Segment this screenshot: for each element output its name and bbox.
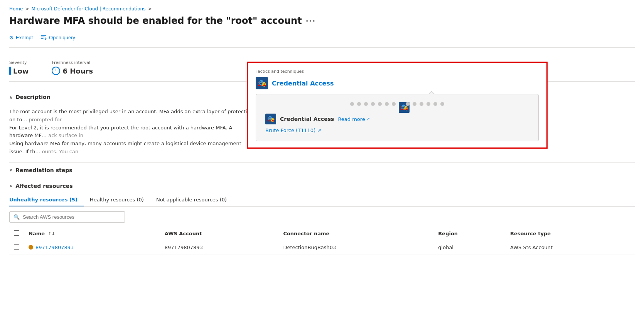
description-text: The root account is the most privileged …: [9, 109, 253, 154]
tooltip-tactic-row: 🎭 Credential Access Read more ↗: [265, 114, 529, 124]
tactics-panel: Tactics and techniques 🎭 Credential Acce…: [247, 62, 548, 149]
ellipsis-menu-button[interactable]: ···: [306, 17, 316, 25]
clock-icon: [52, 67, 60, 75]
open-query-button[interactable]: Open query: [40, 32, 75, 43]
exempt-icon: ⊘: [9, 35, 13, 40]
tactics-tooltip-card: 🎭 🎭: [256, 94, 539, 141]
read-more-link[interactable]: Read more ↗: [338, 116, 370, 122]
svg-rect-11: [272, 121, 274, 122]
resource-status-dot: [29, 245, 33, 250]
action-bar: ⊘ Exempt Open query: [9, 32, 635, 48]
dot-1: [350, 102, 354, 106]
dot-active: 🎭: [399, 102, 403, 106]
dot-3: [364, 102, 368, 106]
row-name-cell: 897179807893: [24, 240, 160, 255]
severity-value: Low: [9, 67, 29, 75]
description-chevron: ∧: [9, 95, 12, 99]
open-query-label: Open query: [49, 35, 75, 40]
freshness-value: 6 Hours: [52, 67, 93, 75]
dot-8: [406, 102, 410, 106]
table-header-name[interactable]: Name ↑↓: [24, 227, 160, 240]
tooltip-content: 🎭 Credential Access Read more ↗ Brute Fo…: [265, 114, 529, 133]
breadcrumb: Home > Microsoft Defender for Cloud | Re…: [9, 6, 635, 12]
exempt-button[interactable]: ⊘ Exempt: [9, 33, 33, 42]
severity-indicator: [9, 67, 11, 75]
svg-rect-7: [406, 109, 408, 110]
row-connector-cell: DetectionBugBash03: [278, 240, 433, 255]
remediation-section: ∨ Remediation steps: [9, 163, 635, 178]
search-input[interactable]: [23, 214, 121, 220]
svg-rect-6: [401, 109, 403, 110]
name-sort-icon: ↑↓: [48, 231, 55, 236]
row-region-cell: global: [433, 240, 506, 255]
severity-item: Severity Low: [9, 60, 29, 75]
freshness-label: Freshness interval: [52, 60, 93, 65]
table-body: 897179807893 897179807893 DetectionBugBa…: [9, 240, 635, 255]
severity-label: Severity: [9, 60, 29, 65]
description-content: The root account is the most privileged …: [9, 105, 256, 162]
table-header-connector: Connector name: [278, 227, 433, 240]
credential-access-icon: 🎭: [256, 77, 268, 89]
technique-link[interactable]: Brute Force (T1110) ↗: [265, 127, 321, 133]
open-query-icon: [40, 34, 47, 41]
row-aws-account-cell: 897179807893: [160, 240, 279, 255]
tactics-section-label: Tactics and techniques: [256, 69, 539, 74]
exempt-label: Exempt: [16, 35, 33, 40]
table-header-checkbox-cell: [9, 227, 24, 240]
svg-text:🎭: 🎭: [267, 115, 275, 122]
select-all-checkbox[interactable]: [14, 230, 19, 236]
description-header-label: Description: [15, 94, 51, 100]
tooltip-tactic-name: Credential Access: [280, 116, 334, 122]
external-link-icon: ↗: [366, 117, 370, 122]
page-title-row: Hardware MFA should be enabled for the "…: [9, 15, 635, 26]
table-header-aws-account: AWS Account: [160, 227, 279, 240]
tab-not-applicable[interactable]: Not applicable resources (0): [156, 194, 233, 206]
dot-6: [385, 102, 389, 106]
page-title-text: Hardware MFA should be enabled for the "…: [9, 15, 302, 26]
breadcrumb-sep1: >: [25, 6, 29, 12]
remediation-header[interactable]: ∨ Remediation steps: [9, 163, 635, 178]
dot-5: [378, 102, 382, 106]
table-header-resource-type: Resource type: [506, 227, 635, 240]
row-resource-type-cell: AWS Sts Account: [506, 240, 635, 255]
tab-healthy[interactable]: Healthy resources (0): [90, 194, 150, 206]
tactics-credential-access-label[interactable]: Credential Access: [272, 80, 334, 87]
resource-name-link[interactable]: 897179807893: [29, 245, 155, 250]
row-checkbox-cell: [9, 240, 24, 255]
table-row: 897179807893 897179807893 DetectionBugBa…: [9, 240, 635, 255]
dot-7: [392, 102, 396, 106]
table-header: Name ↑↓ AWS Account Connector name Regio…: [9, 227, 635, 240]
resources-table: Name ↑↓ AWS Account Connector name Regio…: [9, 227, 635, 255]
search-box[interactable]: 🔍: [9, 211, 125, 223]
svg-text:🎭: 🎭: [258, 79, 267, 87]
tactics-title-row: 🎭 Credential Access: [256, 77, 539, 89]
technique-row: Brute Force (T1110) ↗: [265, 127, 529, 133]
table-header-region: Region: [433, 227, 506, 240]
remediation-header-label: Remediation steps: [15, 167, 72, 173]
affected-resources-section: ∧ Affected resources Unhealthy resources…: [9, 178, 635, 255]
resource-tabs-row: Unhealthy resources (5) Healthy resource…: [9, 194, 635, 207]
svg-rect-3: [263, 85, 266, 86]
technique-external-icon: ↗: [317, 127, 321, 133]
dot-9: [413, 102, 416, 106]
breadcrumb-sep2: >: [148, 6, 152, 12]
dot-chain: 🎭: [265, 102, 529, 106]
tooltip-mask-icon: 🎭: [265, 114, 276, 124]
dot-2: [357, 102, 361, 106]
affected-header-label: Affected resources: [15, 183, 72, 189]
breadcrumb-recommendations[interactable]: Microsoft Defender for Cloud | Recommend…: [32, 6, 146, 12]
search-icon: 🔍: [13, 214, 20, 220]
dot-10: [420, 102, 423, 106]
breadcrumb-home[interactable]: Home: [9, 6, 23, 12]
affected-resources-header[interactable]: ∧ Affected resources: [9, 178, 635, 194]
dot-4: [371, 102, 375, 106]
dot-13: [440, 102, 444, 106]
freshness-item: Freshness interval 6 Hours: [52, 60, 93, 75]
dot-11: [427, 102, 430, 106]
dot-12: [433, 102, 437, 106]
row-checkbox[interactable]: [14, 244, 19, 250]
tab-unhealthy[interactable]: Unhealthy resources (5): [9, 194, 84, 206]
remediation-chevron: ∨: [9, 168, 12, 172]
svg-rect-2: [258, 85, 260, 86]
affected-chevron: ∧: [9, 184, 12, 188]
